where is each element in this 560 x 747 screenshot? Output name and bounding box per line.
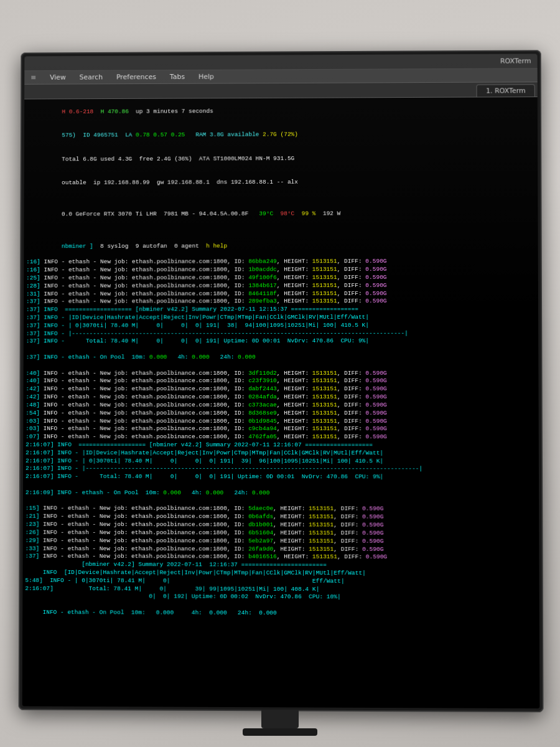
- nb-cmd1: 8 syslog 9 autofan 0 agent: [100, 242, 206, 249]
- log-height-6: 1513151: [312, 298, 337, 304]
- log-time-15: :07]: [26, 433, 40, 440]
- log-diff-21: , DIFF:: [334, 545, 362, 552]
- pool-4h-label-1: 4h:: [167, 354, 192, 360]
- log-ht-8: , HEIGHT:: [277, 377, 312, 384]
- sum-total-2: 2:16:07] INFO - |-----------------------…: [26, 465, 422, 472]
- log-height-20: 1513151: [309, 537, 334, 544]
- log-ht-15: , HEIGHT:: [277, 433, 312, 440]
- sum-hdr-3: INFO [ID|Device|Hashrate|Accept|Reject|I…: [25, 569, 365, 576]
- log-text-22: INFO - ethash - New job: ethash.poolbina…: [39, 553, 248, 560]
- log-text-19: INFO - ethash - New job: ethash.poolbina…: [39, 529, 248, 537]
- summary-uptime-3: 0| 0| 192| Uptime: 0D 00:02 NvDrv: 470.8…: [25, 593, 536, 602]
- log-diff-13: , DIFF:: [337, 418, 366, 425]
- summary-total-2: 2:16:07] INFO - |-----------------------…: [26, 465, 536, 474]
- log-ht-16: , HEIGHT:: [273, 505, 309, 512]
- pool-24h-label-2: 24h:: [223, 489, 252, 496]
- log-diff-val-19: 0.590G: [362, 530, 383, 537]
- summary-header-2: 2:16:07] INFO - |ID|Device|Hashrate|Acce…: [26, 449, 536, 458]
- log-diff-val-3: 0.590G: [365, 274, 386, 281]
- log-time-20: :29]: [26, 537, 40, 543]
- status-id: 575) ID 4965751 LA: [62, 132, 136, 139]
- summary-total-1: :37] INFO - |---------------------------…: [26, 329, 536, 338]
- pool-4h-1: 0.000: [192, 354, 209, 360]
- log-id-22: b4016516: [248, 553, 277, 560]
- summary-row-2: 2:16:07] INFO - | 0|3070ti| 78.40 M| 0| …: [26, 457, 536, 466]
- menu-help[interactable]: Help: [196, 72, 217, 82]
- log-text-20: INFO - ethash - New job: ethash.poolbina…: [39, 537, 248, 544]
- log-time-4: :28]: [26, 283, 40, 289]
- log-10: :42] INFO - ethash - New job: ethash.poo…: [26, 393, 536, 402]
- log-height-1: 1513151: [312, 258, 337, 265]
- sum-hdr-2: 2:16:07] INFO - |ID|Device|Hashrate|Acce…: [26, 449, 383, 456]
- log-text-16: INFO - ethash - New job: ethash.poolbina…: [39, 505, 248, 512]
- log-text-6: INFO - ethash - New job: ethash.poolbina…: [40, 298, 249, 305]
- log-height-15: 1513151: [312, 433, 337, 440]
- log-6: :37] INFO - ethash - New job: ethash.poo…: [26, 298, 536, 306]
- nb-label: nbminer ]: [62, 243, 100, 250]
- pool-3: INFO - ethash - On Pool 10m: 0.000 4h: 0…: [25, 609, 277, 616]
- log-text-14: INFO - ethash - New job: ethash.poolbina…: [40, 425, 248, 432]
- log-diff-12: , DIFF:: [337, 410, 366, 416]
- log-ht-9: , HEIGHT:: [277, 385, 312, 392]
- log-diff-10: , DIFF:: [337, 393, 366, 400]
- summary-row-1: :37] INFO - | 0|3070ti| 78.40 M| 0| 0| 0…: [26, 321, 536, 330]
- pool-24h-2: 0.000: [252, 489, 270, 496]
- log-diff-val-17: 0.590G: [362, 514, 383, 520]
- menu-search[interactable]: Search: [77, 72, 105, 83]
- log-time-14: :03]: [26, 425, 40, 432]
- status-line-3: Total 6.8G used 4.3G free 2.4G (36%) ATA…: [27, 146, 535, 172]
- log-9: :42] INFO - ethash - New job: ethash.poo…: [26, 385, 536, 393]
- menu-symbol[interactable]: ≡: [28, 72, 39, 83]
- log-height-11: 1513151: [312, 402, 337, 408]
- summary-total-row-2: 2:16:07] INFO - Total: 78.40 M| 0| 0| 0|…: [26, 473, 536, 482]
- log-height-7: 1S13151: [312, 370, 337, 377]
- log-time-3: :25]: [26, 275, 40, 281]
- log-ht-14: , HEIGHT:: [277, 425, 312, 432]
- blank-5: [26, 481, 536, 490]
- log-diff-9: , DIFF:: [337, 385, 366, 392]
- log-diff-val-18: 0.590G: [362, 522, 383, 529]
- log-text-7: INFO - ethash - New job: ethash.poolbina…: [40, 370, 248, 377]
- log-diff-val-8: 0.590G: [365, 377, 386, 384]
- log-diff-22: , DIFF:: [337, 553, 366, 560]
- status-la: 0.78 0.57 0.25: [136, 131, 185, 138]
- monitor-screen: ROXTerm ≡ View Search Preferences Tabs H…: [22, 54, 540, 708]
- log-diff-val-4: 0.590G: [365, 282, 386, 289]
- menu-view[interactable]: View: [47, 72, 68, 83]
- summary-sep-1: :37] INFO =================== [nbminer v…: [26, 306, 536, 314]
- gpu-sep2: [294, 210, 301, 217]
- log-text-13: INFO - ethash - New job: ethash.poolbina…: [40, 417, 248, 424]
- summary-total-row-1: :37] INFO - Total: 78.40 M| 0| 0| 0| 191…: [26, 337, 536, 345]
- log-ht-12: , HEIGHT:: [277, 410, 312, 416]
- log-diff-18: , DIFF:: [334, 522, 362, 529]
- tab-1[interactable]: 1. ROXTerm: [477, 84, 535, 96]
- monitor-bezel: ROXTerm ≡ View Search Preferences Tabs H…: [19, 50, 544, 712]
- log-text-17: INFO - ethash - New job: ethash.poolbina…: [39, 513, 248, 520]
- log-ht-5: , HEIGHT:: [277, 290, 312, 297]
- pool-10m-1: 0.000: [149, 354, 167, 360]
- log-id-2: 1b0acddc: [248, 266, 277, 273]
- log-diff-1: , DIFF:: [337, 258, 366, 265]
- log-ht-7: , HEIGHT:: [277, 370, 312, 377]
- log-height-3: 1513151: [312, 274, 337, 281]
- log-id-1: 86bba249: [248, 258, 277, 265]
- log-text-5: INFO - ethash - New job: ethash.poolbina…: [40, 290, 249, 297]
- log-diff-4: , DIFF:: [337, 282, 366, 289]
- log-diff-val-22: 0.590G: [366, 553, 387, 560]
- log-id-8: c23f3910: [248, 377, 277, 384]
- log-ht-11: , HEIGHT:: [277, 402, 312, 408]
- log-time-1: :16]: [26, 258, 40, 265]
- tab-bar: 1. ROXTerm: [24, 82, 538, 99]
- log-time-6: :37]: [26, 298, 40, 305]
- menu-tabs[interactable]: Tabs: [167, 72, 187, 82]
- log-text-2: INFO - ethash - New job: ethash.poolbina…: [40, 266, 249, 273]
- gpu-util: 99 %: [302, 210, 316, 217]
- log-height-2: 1513151: [312, 266, 337, 273]
- log-id-14: c9cb4a94: [248, 425, 277, 432]
- menu-preferences[interactable]: Preferences: [114, 72, 159, 82]
- log-height-4: 1513151: [312, 282, 337, 289]
- status-ram-val: 2.7G (72%): [263, 131, 298, 138]
- log-diff-16: , DIFF:: [334, 505, 362, 512]
- log-id-3: 49f100f6: [248, 274, 277, 281]
- log-id-18: db1b001: [248, 521, 273, 528]
